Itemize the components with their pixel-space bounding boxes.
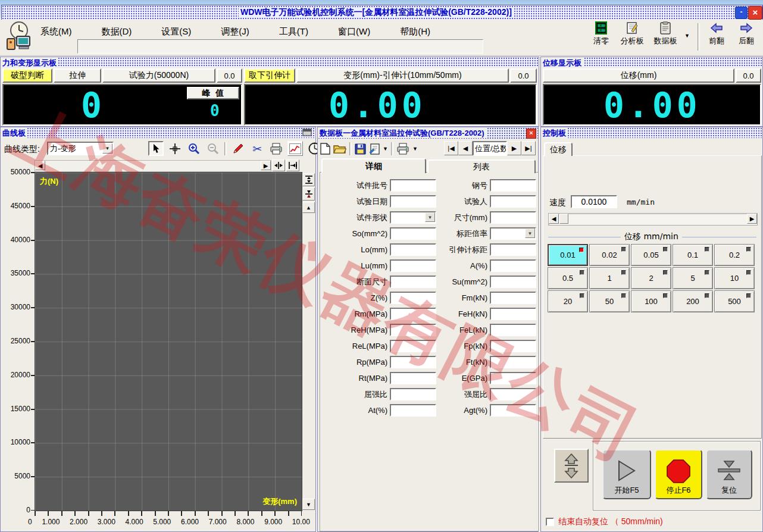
jog-updown-button[interactable] (554, 449, 589, 483)
menu-data[interactable]: 数据(D) (96, 24, 138, 39)
speed-button-2[interactable]: 2 (631, 267, 671, 289)
toolbar-chevron-down-icon[interactable]: ▼ (684, 33, 690, 39)
nav-prev-button[interactable]: ◀ (458, 141, 473, 155)
gauge-ratio-combobox[interactable]: ▼ (490, 227, 536, 240)
speed-slider[interactable]: ◀ ▶ (548, 213, 758, 226)
speed-button-0.01[interactable]: 0.01 (548, 244, 588, 266)
field-input[interactable] (490, 292, 536, 304)
clear-zero-button[interactable]: 0.00 0.00 清零 (588, 21, 614, 46)
reset-button[interactable]: 复位 (706, 449, 752, 499)
vscroll-down-arrow[interactable]: ▼ (302, 499, 315, 510)
field-input[interactable] (490, 259, 536, 272)
curve-type-select[interactable]: 力-变形 ▼ (47, 142, 114, 155)
stop-button[interactable]: 停止F6 (655, 449, 702, 499)
report-button[interactable] (369, 143, 380, 155)
field-input[interactable] (490, 372, 536, 384)
field-input[interactable] (490, 276, 536, 288)
field-input[interactable] (490, 211, 536, 224)
speed-button-20[interactable]: 20 (548, 290, 588, 312)
hscroll-left-arrow[interactable]: ◀ (35, 161, 45, 170)
field-input[interactable] (490, 388, 536, 400)
field-input[interactable] (490, 179, 536, 192)
speed-button-0.05[interactable]: 0.05 (631, 244, 671, 266)
h-expand-button[interactable] (286, 159, 299, 171)
menu-system[interactable]: 系统(M) (35, 24, 78, 39)
zoom-in-tool-button[interactable] (186, 141, 202, 156)
hscroll-right-arrow[interactable]: ▶ (261, 161, 271, 170)
data-print-button[interactable] (396, 143, 409, 155)
chart-tool-button[interactable] (287, 141, 303, 156)
tab-displacement[interactable]: 位移 (544, 142, 573, 156)
report-chevron-down-icon[interactable]: ▼ (383, 146, 388, 152)
slider-left-arrow[interactable]: ◀ (549, 214, 559, 224)
field-input[interactable] (490, 308, 536, 320)
chevron-down-icon[interactable]: ▼ (525, 229, 535, 238)
pen-tool-button[interactable] (230, 141, 246, 156)
slider-right-arrow[interactable]: ▶ (747, 214, 757, 224)
new-file-button[interactable] (320, 143, 330, 155)
field-input[interactable] (490, 324, 536, 336)
tab-detail[interactable]: 详细 (321, 158, 426, 173)
chart-hscrollbar[interactable]: ◀ ▶ (35, 160, 271, 172)
peak-button[interactable]: 峰 值 (187, 87, 239, 99)
close-button[interactable]: × (748, 6, 762, 20)
save-button[interactable] (355, 143, 366, 155)
speed-button-0.02[interactable]: 0.02 (589, 244, 630, 266)
tensile-button[interactable]: 拉伸 (54, 68, 101, 83)
open-folder-button[interactable] (333, 143, 346, 154)
v-expand-button[interactable] (302, 173, 315, 186)
field-input[interactable] (490, 404, 536, 417)
field-input[interactable] (490, 243, 536, 256)
restore-icon[interactable] (302, 129, 312, 136)
print-tool-button[interactable] (268, 141, 284, 156)
scissors-tool-button[interactable]: ✂ (249, 141, 265, 156)
zoom-out-tool-button[interactable] (205, 141, 221, 156)
speed-button-5[interactable]: 5 (673, 267, 713, 289)
field-input[interactable] (490, 340, 536, 352)
speed-button-50[interactable]: 50 (589, 290, 630, 312)
vscroll-up-arrow[interactable]: ▲ (302, 202, 315, 213)
field-label: E(GPa) (422, 372, 487, 385)
h-compress-button[interactable] (272, 159, 285, 171)
speed-button-500[interactable]: 500 (714, 290, 755, 312)
minimize-button[interactable]: - (735, 7, 748, 19)
menu-window[interactable]: 窗口(W) (332, 24, 376, 39)
speed-input[interactable]: 0.0100 (571, 195, 617, 208)
slider-thumb[interactable] (559, 214, 568, 224)
nav-first-button[interactable]: |◀ (444, 141, 458, 155)
auto-reset-checkbox[interactable] (546, 518, 554, 526)
print-chevron-down-icon[interactable]: ▼ (412, 146, 418, 152)
tab-list[interactable]: 列表 (427, 159, 536, 173)
nav-next-button[interactable]: ▶ (507, 141, 521, 155)
menu-adjust[interactable]: 调整(J) (215, 24, 255, 39)
crosshair-tool-button[interactable] (167, 141, 183, 156)
speed-button-0.1[interactable]: 0.1 (673, 244, 713, 266)
chevron-down-icon[interactable]: ▼ (102, 143, 112, 154)
speed-button-100[interactable]: 100 (631, 290, 671, 312)
speed-button-1[interactable]: 1 (589, 267, 630, 289)
field-label: Fm(kN) (422, 292, 487, 305)
prev-page-button[interactable]: 前翻 (703, 21, 730, 46)
next-page-button[interactable]: 后翻 (733, 21, 759, 46)
nav-last-button[interactable]: ▶| (521, 141, 536, 155)
analysis-board-button[interactable]: 分析板 (617, 21, 648, 46)
displacement-header: 位移(mm) (543, 68, 734, 83)
speed-button-0.2[interactable]: 0.2 (714, 244, 755, 266)
menu-tools[interactable]: 工具(T) (273, 24, 314, 39)
start-button[interactable]: 开始F5 (602, 449, 651, 499)
speed-button-200[interactable]: 200 (673, 290, 713, 312)
menu-settings[interactable]: 设置(S) (155, 24, 197, 39)
cursor-tool-button[interactable] (148, 141, 164, 156)
speed-button-10[interactable]: 10 (714, 267, 755, 289)
break-judge-button[interactable]: 破型判断 (2, 68, 52, 83)
data-panel-close-button[interactable]: × (526, 129, 536, 139)
menu-help[interactable]: 帮助(H) (394, 24, 436, 39)
remove-extensometer-button[interactable]: 取下引伸计 (244, 68, 295, 83)
field-input[interactable] (490, 195, 536, 208)
field-input[interactable] (490, 356, 536, 368)
v-compress-button[interactable] (302, 187, 315, 201)
chart-plot-area[interactable]: 力(N) 变形(mm) (35, 172, 302, 511)
data-board-button[interactable]: 数据板 (650, 21, 681, 46)
play-icon (617, 460, 637, 481)
speed-button-0.5[interactable]: 0.5 (548, 267, 588, 289)
